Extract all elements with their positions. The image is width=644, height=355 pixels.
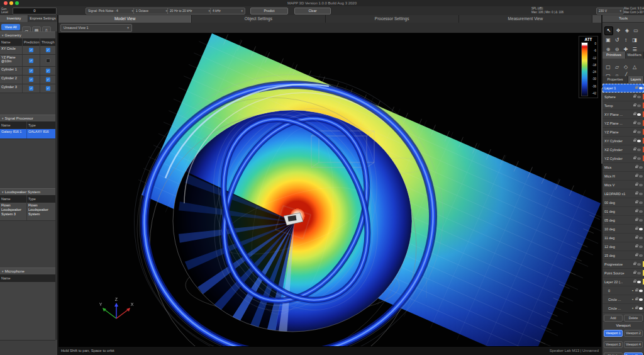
predict-button[interactable]: Predict: [250, 8, 288, 14]
prediction-checkbox[interactable]: ✓: [29, 77, 33, 82]
view-selector-dropdown[interactable]: ▾Unsaved View 1: [60, 24, 132, 32]
layer-item-yz-plane[interactable]: YZ Plane ...: [602, 119, 644, 128]
visibility-eye-icon[interactable]: [637, 140, 641, 142]
visibility-eye-icon[interactable]: [639, 175, 643, 178]
geometry-row[interactable]: Cylinder 2 ✓ ✓: [0, 76, 55, 84]
layer-item-circle[interactable]: Circle ... ▾: [602, 304, 644, 313]
bandwidth-dropdown[interactable]: ▾20 Hz to 20 kHz: [167, 8, 213, 14]
tab-model-view[interactable]: Model View: [58, 15, 192, 23]
lock-icon[interactable]: [635, 298, 638, 300]
lock-icon[interactable]: [633, 157, 636, 159]
layer-item-point-source[interactable]: Point Source: [602, 269, 644, 278]
visibility-eye-icon[interactable]: [637, 96, 641, 98]
lock-icon[interactable]: [635, 237, 638, 239]
layer-item-11-deg[interactable]: 11 deg: [602, 234, 644, 242]
layer-item-10-deg[interactable]: 10 deg: [602, 225, 644, 234]
visibility-eye-icon[interactable]: [637, 104, 641, 107]
layer-item-leopard-x1[interactable]: LEOPARD x1: [602, 189, 644, 198]
through-checkbox[interactable]: ✓: [46, 48, 50, 52]
multiple-button[interactable]: Multiple: [604, 352, 623, 355]
visibility-eye-icon[interactable]: [639, 210, 643, 213]
lock-icon[interactable]: [633, 263, 636, 265]
prediction-scene[interactable]: Y Z X: [58, 33, 602, 347]
lock-icon[interactable]: [635, 290, 638, 291]
layer-item-12-deg[interactable]: 12 deg: [602, 242, 644, 251]
lock-icon[interactable]: [635, 184, 638, 186]
lock-icon[interactable]: [635, 210, 638, 212]
prediction-checkbox[interactable]: ✓: [29, 86, 33, 91]
through-checkbox[interactable]: ✓: [46, 69, 50, 73]
lock-icon[interactable]: [633, 96, 636, 98]
lock-icon[interactable]: [633, 149, 636, 150]
layer-item-xz-cylinder[interactable]: XZ Cylinder: [602, 145, 644, 154]
tab-modifiers[interactable]: Modifiers: [626, 52, 644, 59]
lock-icon[interactable]: [633, 122, 636, 124]
layer-item-xy-cylinder[interactable]: XY Cylinder: [602, 137, 644, 145]
geometry-row[interactable]: XY Circle ✓ ✓: [0, 46, 55, 55]
tab-express-settings[interactable]: Express Settings: [28, 15, 57, 22]
cone-primitive-icon[interactable]: △: [631, 64, 638, 71]
lock-icon[interactable]: [635, 307, 638, 309]
octave-dropdown[interactable]: ▾1 Octave: [133, 8, 170, 14]
visibility-eye-icon[interactable]: [639, 290, 643, 292]
lock-icon[interactable]: [635, 219, 638, 221]
tab-properties[interactable]: Properties: [602, 76, 628, 83]
tab-measurement-view[interactable]: Measurement View: [459, 15, 592, 23]
tab-primitives[interactable]: Primitives: [602, 52, 626, 59]
layer-item-temp[interactable]: Temp: [602, 101, 644, 110]
layer-item-yz-plane[interactable]: YZ Plane: [602, 128, 644, 137]
lock-icon[interactable]: [635, 201, 638, 203]
prediction-checkbox[interactable]: ✓: [29, 48, 33, 52]
visibility-eye-icon[interactable]: [637, 149, 641, 151]
signal-dropdown[interactable]: ▾Signal: Pink Noise - 4: [86, 8, 136, 14]
clear-button[interactable]: Clear: [294, 8, 331, 14]
visibility-eye-icon[interactable]: [639, 201, 643, 204]
viewport-1-button[interactable]: Viewport 1: [604, 330, 623, 337]
layer-item-layer-22[interactable]: Layer 22 (...: [602, 278, 644, 286]
lock-icon[interactable]: [633, 113, 636, 115]
visibility-eye-icon[interactable]: [639, 193, 643, 195]
lock-icon[interactable]: [635, 245, 638, 247]
layer-item-mics-h[interactable]: Mics H: [602, 172, 644, 181]
visibility-eye-icon[interactable]: [639, 166, 643, 169]
viewport-4-button[interactable]: Viewport 4: [624, 341, 643, 348]
visibility-eye-icon[interactable]: [639, 245, 643, 248]
voltage-dropdown[interactable]: ▾230 V: [596, 8, 624, 14]
geometry-row[interactable]: Cylinder 1 ✓ ✓: [0, 67, 55, 76]
model-view-canvas[interactable]: Y Z X ATT 0-6-12-18-24-30-36-42: [58, 33, 602, 347]
visibility-eye-icon[interactable]: [639, 307, 643, 310]
geometry-row[interactable]: YZ Plane @10m ✓: [0, 55, 55, 67]
lock-icon[interactable]: [633, 272, 636, 274]
visibility-eye-icon[interactable]: [639, 87, 643, 89]
lock-icon[interactable]: [635, 175, 638, 177]
lock-icon[interactable]: [633, 140, 636, 142]
visibility-eye-icon[interactable]: [637, 113, 641, 116]
lock-icon[interactable]: [635, 166, 638, 168]
layer-item-mics-v[interactable]: Mics V: [602, 181, 644, 189]
layer-item-xy-plane[interactable]: XY Plane ...: [602, 110, 644, 119]
visibility-eye-icon[interactable]: [639, 228, 643, 230]
layer-item-0[interactable]: 0 ▾: [602, 286, 644, 295]
gen-level-value[interactable]: 0: [13, 8, 57, 14]
through-checkbox[interactable]: [46, 59, 50, 63]
visibility-eye-icon[interactable]: [637, 131, 641, 133]
lock-icon[interactable]: [635, 193, 638, 194]
geometry-row[interactable]: Cylinder 3 ✓ ✓: [0, 84, 55, 93]
layer-item-yz-cylinder[interactable]: YZ Cylinder: [602, 154, 644, 163]
visibility-eye-icon[interactable]: [637, 122, 641, 125]
visibility-eye-icon[interactable]: [639, 219, 643, 222]
layer-item-05-deg[interactable]: 05 deg: [602, 216, 644, 225]
layer-item-progressive[interactable]: Progressive: [602, 260, 644, 269]
through-checkbox[interactable]: ✓: [46, 86, 50, 91]
visibility-eye-icon[interactable]: [637, 281, 641, 283]
visibility-eye-icon[interactable]: [639, 184, 643, 186]
layer-item-01-deg[interactable]: 01 deg: [602, 207, 644, 216]
visibility-eye-icon[interactable]: [637, 157, 641, 160]
visibility-eye-icon[interactable]: [637, 263, 641, 266]
loudspeaker-row[interactable]: Flown Loudspeaker System 3Flown Loudspea…: [0, 203, 55, 221]
lock-icon[interactable]: [633, 281, 636, 283]
tab-inventory[interactable]: Inventory: [0, 15, 28, 22]
viewport-2-button[interactable]: Viewport 2: [624, 330, 643, 337]
lock-icon[interactable]: [635, 254, 638, 256]
lock-icon[interactable]: [633, 104, 636, 106]
